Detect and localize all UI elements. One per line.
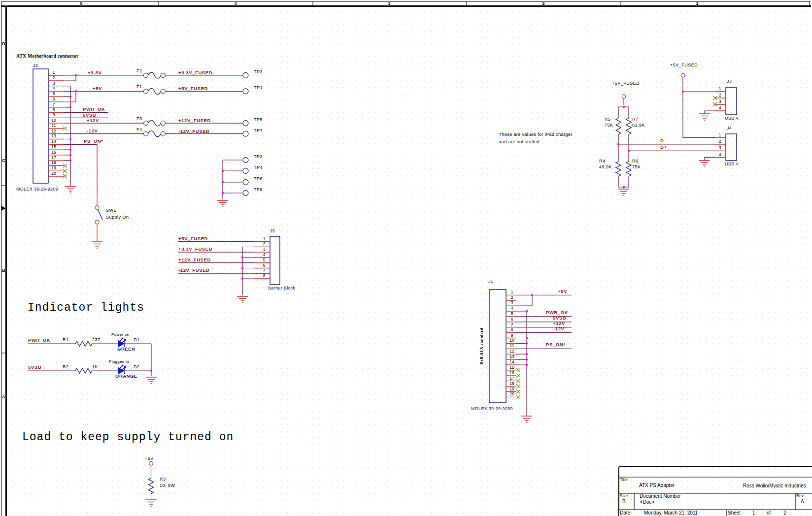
r2-ref: R2 xyxy=(63,365,69,369)
titleblock-docnum: <Doc> xyxy=(640,500,654,505)
j4-pin-1: 1 xyxy=(719,133,721,137)
net-label-d-minus: D- xyxy=(660,138,666,143)
net-label-12v-fused: +12V_FUSED xyxy=(178,118,211,123)
led1-net-pwr-ok: PWR_OK xyxy=(28,338,50,343)
j5-connector-body xyxy=(270,236,280,285)
junction-dot xyxy=(526,310,528,313)
j2-pin-7: 7 xyxy=(53,102,55,107)
atx-connector-note: ATX Motherboard connector xyxy=(16,54,79,59)
j3-ref: J3 xyxy=(727,79,732,84)
j2-pin-9: 9 xyxy=(53,113,55,117)
zone-ticks xyxy=(1,1,810,353)
tp2-label: TP2 xyxy=(254,155,263,159)
junction-dot xyxy=(531,294,534,296)
junction-dot xyxy=(526,337,528,339)
junction-dot xyxy=(222,192,224,194)
j2-connector-body xyxy=(33,69,48,183)
titleblock-title-label: Title xyxy=(620,478,628,482)
j2-pin-3: 3 xyxy=(53,81,55,86)
j1-pin-20: 20 xyxy=(509,392,514,396)
j5-net-12v-fused: +12V_FUSED xyxy=(178,258,211,262)
junction-dot xyxy=(222,181,224,184)
junction-dot xyxy=(526,353,528,355)
switch-terminal-icon xyxy=(95,220,99,224)
j4-connector-body xyxy=(726,134,737,161)
r1-value: 237 xyxy=(92,338,101,342)
f4-ref: F4 xyxy=(136,128,142,132)
j3-pin-4: 4 xyxy=(719,106,721,110)
r7-ref: R7 xyxy=(632,117,639,122)
switch-terminal-icon xyxy=(95,206,99,210)
sw1-ref: SW1 xyxy=(106,208,116,213)
power-flag-icon xyxy=(622,95,626,98)
net-label-3v3: +3.3V xyxy=(88,70,102,75)
j2-pin-5: 5 xyxy=(53,92,55,96)
r5-ref: R5 xyxy=(605,117,611,122)
net-label-5v: +5V xyxy=(93,86,102,91)
titleblock-outer-border xyxy=(619,467,812,516)
junction-dot xyxy=(75,74,77,77)
j2-pin-11: 11 xyxy=(52,124,56,128)
power-flag-5v-fused-left: +5V_FUSED xyxy=(612,81,640,86)
junction-dot xyxy=(241,267,244,269)
net-label-ps-on: PS_ON* xyxy=(84,139,103,144)
net-label-5vsb: 5VSB xyxy=(83,113,96,118)
junction-dot xyxy=(75,90,77,93)
j2-pin-10: 10 xyxy=(51,118,56,123)
testpoint-icon xyxy=(243,168,248,174)
titleblock-title: ATX PS Adapter xyxy=(639,483,675,488)
ground-icon xyxy=(699,161,710,167)
junction-dot xyxy=(682,91,684,93)
testpoint-icon xyxy=(243,180,248,185)
tp3-label: TP3 xyxy=(254,70,263,74)
j5-ref: J5 xyxy=(270,229,275,233)
j4-ref: J4 xyxy=(727,126,732,130)
j2-pin-20: 20 xyxy=(51,171,56,176)
led2-net-5vsb: 5VSB xyxy=(28,365,41,370)
ipad-note-line1: These are values for iPad charger xyxy=(499,132,573,137)
titleblock-date: Monday, March 21, 2011 xyxy=(644,511,698,516)
net-label-neg12v-fused: -12V_FUSED xyxy=(178,129,210,134)
j1-net-neg12v: -12V xyxy=(553,326,564,331)
net-label-pwr-ok: PWR_OK xyxy=(83,107,105,112)
j1-net-ps-on: PS_ON* xyxy=(546,342,566,347)
j5-pin-2: 2 xyxy=(263,242,266,246)
power-flag-5v-fused-right: +5V_FUSED xyxy=(670,63,698,67)
r1-ref: R1 xyxy=(63,338,69,342)
j2-pin-2: 2 xyxy=(53,76,55,80)
zone-col-2: 2 xyxy=(542,1,544,6)
j1-ref: J1 xyxy=(488,279,493,284)
j1-pin-17: 17 xyxy=(509,376,514,381)
junction-dot xyxy=(69,106,72,109)
ground-icon xyxy=(92,242,102,248)
d2-color: ORANGE xyxy=(115,374,137,379)
junction-dot xyxy=(526,342,528,345)
junction-dot xyxy=(617,143,620,146)
d2-note: Plugged in xyxy=(109,360,129,364)
junction-dot xyxy=(241,257,244,259)
titleblock-rev-label: Rev xyxy=(796,494,804,498)
j1-pin-9: 9 xyxy=(511,333,513,338)
red-wire-segments xyxy=(97,77,683,472)
j5-pin-7: 7 xyxy=(263,268,266,273)
j1-pin-1: 1 xyxy=(511,290,513,294)
junction-dot xyxy=(69,138,72,140)
schematic-sheet: ATX Motherboard connectorJ2MOLEX 39-29-9… xyxy=(0,0,812,516)
j5-pin-6: 6 xyxy=(263,263,266,268)
j2-pin-6: 6 xyxy=(53,97,55,101)
junction-dot xyxy=(526,358,528,361)
ground-icon xyxy=(699,114,710,120)
f2-ref: F2 xyxy=(136,69,142,73)
ground-icon xyxy=(65,187,76,193)
zone-col-5: 5 xyxy=(80,1,82,6)
j5-pin-1: 1 xyxy=(263,237,266,241)
j1-pin-4: 4 xyxy=(511,306,513,311)
tp4-label: TP4 xyxy=(254,165,263,170)
j2-pin-19: 19 xyxy=(51,166,56,170)
ground-icon xyxy=(146,500,157,506)
j2-pin-12: 12 xyxy=(51,129,56,133)
j1-net-12v: +12V xyxy=(553,321,565,326)
titleblock-docnum-label: Document Number xyxy=(640,494,681,499)
j2-pin-15: 15 xyxy=(51,145,56,149)
switch-blade-icon xyxy=(98,210,102,220)
